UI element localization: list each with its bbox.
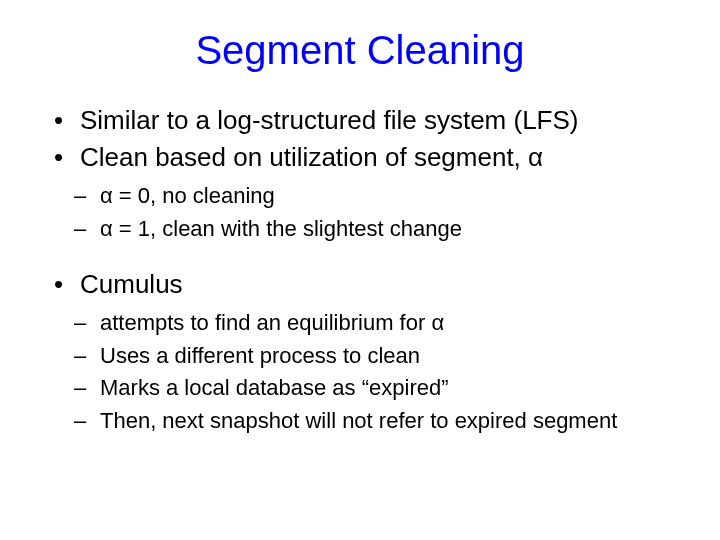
bullet-list: Similar to a log-structured file system … xyxy=(50,103,680,175)
spacer xyxy=(40,259,680,267)
slide-title: Segment Cleaning xyxy=(40,28,680,73)
bullet-item: Similar to a log-structured file system … xyxy=(50,103,680,138)
sub-bullet-item: Then, next snapshot will not refer to ex… xyxy=(74,406,680,437)
sub-bullet-list: α = 0, no cleaning α = 1, clean with the… xyxy=(74,181,680,245)
bullet-item: Clean based on utilization of segment, α xyxy=(50,140,680,175)
sub-bullet-list: attempts to find an equilibrium for α Us… xyxy=(74,308,680,437)
sub-bullet-item: α = 1, clean with the slightest change xyxy=(74,214,680,245)
sub-bullet-item: α = 0, no cleaning xyxy=(74,181,680,212)
sub-bullet-item: Uses a different process to clean xyxy=(74,341,680,372)
bullet-list: Cumulus xyxy=(50,267,680,302)
sub-bullet-item: attempts to find an equilibrium for α xyxy=(74,308,680,339)
bullet-item: Cumulus xyxy=(50,267,680,302)
sub-bullet-item: Marks a local database as “expired” xyxy=(74,373,680,404)
slide: Segment Cleaning Similar to a log-struct… xyxy=(0,0,720,540)
